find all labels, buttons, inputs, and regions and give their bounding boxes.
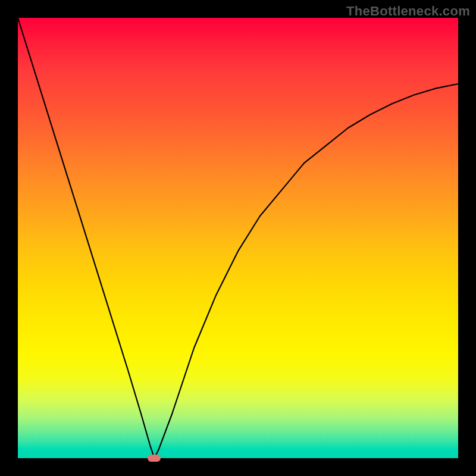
watermark-text: TheBottleneck.com — [346, 4, 470, 19]
chart-container: TheBottleneck.com — [0, 0, 476, 476]
bottleneck-curve — [18, 18, 458, 458]
current-point-marker — [148, 455, 161, 462]
curve-svg — [18, 18, 458, 458]
